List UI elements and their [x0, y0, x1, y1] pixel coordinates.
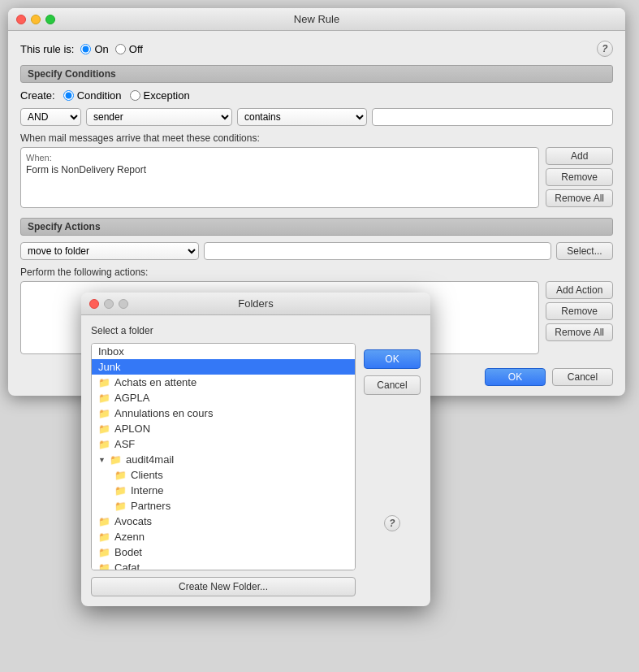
remove-action-button[interactable]: Remove	[546, 302, 613, 320]
rule-row: This rule is: On Off ?	[20, 41, 613, 57]
folder-partners[interactable]: 📁 Partners	[92, 498, 355, 514]
folder-achats-name: Achats en attente	[114, 376, 196, 388]
create-label: Create:	[20, 89, 55, 102]
folder-aplon-name: APLON	[114, 423, 150, 435]
conditions-box: When: Form is NonDelivery Report	[20, 147, 539, 208]
folder-avocats[interactable]: 📁 Avocats	[92, 514, 355, 529]
folder-inbox-name: Inbox	[98, 345, 124, 358]
condition-value-input[interactable]	[372, 108, 613, 126]
contains-dropdown[interactable]: contains	[237, 108, 367, 126]
folder-avocats-icon: 📁	[98, 516, 110, 527]
radio-off[interactable]: Off	[115, 43, 143, 55]
actions-row: move to folder Select...	[20, 242, 613, 260]
folder-aplon-icon: 📁	[98, 423, 110, 435]
help-button-top[interactable]: ?	[597, 41, 613, 57]
create-row: Create: Condition Exception	[20, 89, 613, 102]
folder-azenn[interactable]: 📁 Azenn	[92, 529, 355, 544]
folder-list-wrap: Inbox Junk 📁 Achats en attente 📁 AGPLA	[91, 343, 356, 570]
conditions-text: Form is NonDelivery Report	[26, 164, 533, 176]
folder-audit4mail-icon: 📁	[110, 454, 122, 466]
folder-agpla-name: AGPLA	[114, 392, 149, 404]
folder-cafat-icon: 📁	[98, 562, 110, 571]
folder-azenn-icon: 📁	[98, 531, 110, 543]
folder-junk-name: Junk	[98, 361, 120, 373]
folder-list[interactable]: Inbox Junk 📁 Achats en attente 📁 AGPLA	[91, 343, 356, 570]
dialog-maximize-button[interactable]	[119, 299, 128, 309]
dialog-title: Folders	[238, 297, 273, 310]
radio-condition[interactable]: Condition	[63, 89, 122, 102]
maximize-button[interactable]	[45, 15, 55, 24]
perform-buttons: Add Action Remove Remove All	[546, 281, 613, 354]
folder-clients-icon: 📁	[114, 470, 127, 481]
folder-achats-icon: 📁	[98, 377, 110, 388]
folder-agpla-icon: 📁	[98, 392, 110, 404]
folder-interne-icon: 📁	[114, 485, 127, 496]
cancel-button[interactable]: Cancel	[552, 368, 613, 386]
dialog-traffic-lights	[89, 299, 128, 309]
radio-on[interactable]: On	[80, 43, 108, 55]
radio-exception[interactable]: Exception	[130, 89, 190, 102]
conditions-buttons: Add Remove Remove All	[546, 147, 613, 208]
folder-achats[interactable]: 📁 Achats en attente	[92, 375, 355, 390]
remove-all-actions-button[interactable]: Remove All	[546, 323, 613, 341]
select-button[interactable]: Select...	[556, 242, 613, 260]
create-folder-button[interactable]: Create New Folder...	[91, 577, 356, 596]
traffic-lights	[16, 15, 55, 24]
conditions-label: When mail messages arrive that meet thes…	[20, 132, 613, 144]
folder-audit4mail-triangle: ▼	[98, 456, 106, 464]
conditions-when: When:	[26, 153, 533, 163]
dialog-ok-button[interactable]: OK	[364, 349, 421, 369]
specify-conditions-header: Specify Conditions	[20, 65, 613, 83]
dialog-title-bar: Folders	[81, 293, 430, 315]
specify-actions-header: Specify Actions	[20, 218, 613, 236]
sender-dropdown[interactable]: sender	[86, 108, 232, 126]
radio-condition-label: Condition	[77, 89, 122, 102]
dialog-buttons: OK Cancel ?	[364, 325, 421, 596]
dialog-cancel-button[interactable]: Cancel	[364, 375, 421, 395]
select-folder-label: Select a folder	[91, 325, 356, 336]
folder-partners-name: Partners	[131, 500, 171, 512]
and-dropdown[interactable]: AND	[20, 108, 81, 126]
folder-bodet-name: Bodet	[114, 546, 142, 558]
action-input[interactable]	[204, 242, 551, 260]
folder-asf-name: ASF	[114, 438, 135, 450]
folder-annulations-icon: 📁	[98, 408, 110, 419]
remove-condition-button[interactable]: Remove	[546, 168, 613, 186]
perform-label: Perform the following actions:	[20, 267, 613, 278]
folder-asf[interactable]: 📁 ASF	[92, 436, 355, 452]
folder-clients[interactable]: 📁 Clients	[92, 467, 355, 483]
minimize-button[interactable]	[31, 15, 41, 24]
radio-off-label: Off	[129, 43, 143, 55]
dialog-help-button[interactable]: ?	[384, 515, 400, 531]
condition-row: AND sender contains	[20, 108, 613, 126]
folder-partners-icon: 📁	[114, 501, 127, 512]
folder-inbox[interactable]: Inbox	[92, 344, 355, 359]
folder-bodet[interactable]: 📁 Bodet	[92, 544, 355, 560]
close-button[interactable]	[16, 15, 26, 24]
folder-azenn-name: Azenn	[114, 531, 145, 543]
folder-audit4mail-name: audit4mail	[126, 453, 174, 466]
dialog-content: Select a folder Inbox Junk 📁 Achats en a…	[81, 315, 430, 606]
rule-is-label: This rule is:	[20, 43, 74, 55]
folder-audit4mail[interactable]: ▼ 📁 audit4mail	[92, 452, 355, 467]
action-dropdown[interactable]: move to folder	[20, 242, 199, 260]
folder-aplon[interactable]: 📁 APLON	[92, 421, 355, 436]
folder-cafat[interactable]: 📁 Cafat	[92, 560, 355, 570]
remove-all-conditions-button[interactable]: Remove All	[546, 189, 613, 207]
dialog-close-button[interactable]	[89, 299, 99, 309]
radio-exception-label: Exception	[144, 89, 190, 102]
folder-cafat-name: Cafat	[114, 561, 140, 570]
radio-on-label: On	[94, 43, 108, 55]
add-condition-button[interactable]: Add	[546, 147, 613, 165]
folder-annulations[interactable]: 📁 Annulations en cours	[92, 405, 355, 421]
ok-button[interactable]: OK	[485, 368, 546, 386]
dialog-minimize-button[interactable]	[104, 299, 114, 309]
folder-clients-name: Clients	[131, 469, 163, 481]
folder-interne[interactable]: 📁 Interne	[92, 483, 355, 498]
folder-agpla[interactable]: 📁 AGPLA	[92, 390, 355, 405]
folder-junk[interactable]: Junk	[92, 359, 355, 375]
folder-interne-name: Interne	[131, 484, 163, 496]
window-title: New Rule	[294, 13, 339, 25]
folder-panel: Select a folder Inbox Junk 📁 Achats en a…	[91, 325, 356, 596]
add-action-button[interactable]: Add Action	[546, 281, 613, 299]
